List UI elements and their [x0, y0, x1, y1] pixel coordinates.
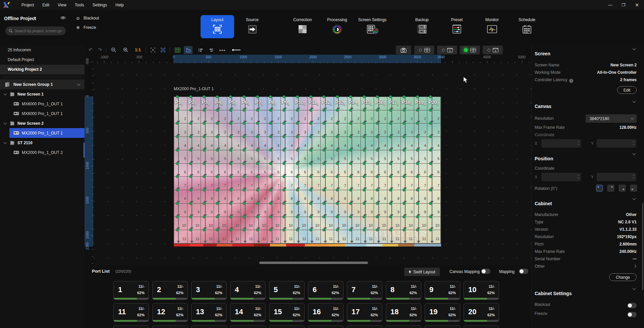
minimize-icon[interactable]: —	[606, 1, 614, 9]
cabinet-cell[interactable]: 8	[308, 190, 321, 204]
port-card[interactable]: 1011/-62%	[464, 281, 499, 300]
cabinet-cell[interactable]: P121	[321, 97, 334, 110]
cabinet-cell[interactable]: 11	[241, 230, 254, 243]
cabinet-cell[interactable]: 2	[281, 110, 294, 124]
cabinet-cell[interactable]: 11	[308, 230, 321, 243]
cabinet-cell[interactable]: 11	[174, 230, 187, 243]
cabinet-cell[interactable]: 3	[361, 123, 374, 137]
cabinet-cell[interactable]: 11	[387, 230, 401, 243]
cabinet-cell[interactable]: 10	[374, 217, 387, 230]
zoom-ratio-button[interactable]: 1:1	[133, 46, 142, 54]
cabinet-cell[interactable]: P101	[294, 97, 308, 110]
chevron-down-icon[interactable]	[77, 83, 80, 86]
blackout-toggle[interactable]	[627, 303, 637, 308]
cabinet-cell[interactable]: 2	[347, 110, 361, 124]
cabinet-cell[interactable]: P51	[227, 97, 241, 110]
tree-item-group[interactable]: New Screen Group 1	[0, 79, 85, 89]
zoom-in-icon[interactable]	[122, 46, 129, 54]
cabinet-cell[interactable]: 7	[227, 177, 241, 190]
canvas-viewport[interactable]: MX2000 Pro_1-OUT 1 NOVASTAR P11P21P31P41…	[93, 63, 532, 265]
port-card[interactable]: 2811/-62%	[386, 325, 421, 328]
cabinet-cell[interactable]: 4	[334, 137, 347, 150]
port-card[interactable]: 2211/-62%	[152, 325, 188, 328]
cabinet-cell[interactable]: 6	[414, 164, 428, 177]
cabinet-cell[interactable]: 6	[201, 164, 214, 177]
cabinet-cell[interactable]: 10	[308, 217, 321, 230]
cabinet-cell[interactable]: 3	[401, 123, 414, 137]
cabinet-cell[interactable]: 7	[387, 177, 401, 190]
cabinet-cell[interactable]: 9	[214, 204, 227, 217]
cabinet-cell[interactable]: 5	[227, 150, 241, 164]
cabinet-cell[interactable]: 11	[281, 230, 294, 243]
search-box[interactable]	[5, 26, 66, 35]
spinner-arrows-icon[interactable]: ▲▼	[577, 140, 579, 146]
cabinet-cell[interactable]: P31	[201, 97, 214, 110]
port-card[interactable]: 411/-62%	[230, 281, 266, 300]
cabinet-cell[interactable]: 4	[214, 137, 227, 150]
cabinet-cell[interactable]: 2	[374, 110, 387, 124]
chevron-down-icon[interactable]	[633, 47, 636, 50]
cabinet-cell[interactable]: 9	[187, 204, 201, 217]
cabinet-cell[interactable]: 5	[401, 150, 414, 164]
cabinet-cell[interactable]: 5	[361, 150, 374, 164]
cabinet-cell[interactable]: 2	[321, 110, 334, 124]
cabinet-cell[interactable]: 8	[241, 190, 254, 204]
canvas-x-input[interactable]: ▲▼	[541, 139, 581, 148]
chevron-down-icon[interactable]	[4, 141, 7, 144]
cabinet-cell[interactable]: 7	[401, 177, 414, 190]
edit-button[interactable]: Edit	[617, 86, 637, 94]
cabinet-cell[interactable]: 9	[374, 204, 387, 217]
cabinet-cell[interactable]: 6	[427, 164, 441, 177]
blackout-button[interactable]: ⊘ Blackout	[75, 14, 99, 22]
cabinet-cell[interactable]: 2	[187, 110, 201, 124]
cabinet-cell[interactable]: 8	[254, 190, 268, 204]
cabinet-cell[interactable]: 10	[361, 217, 374, 230]
menu-settings[interactable]: Settings	[93, 3, 107, 7]
port-card[interactable]: 2511/-62%	[269, 325, 305, 328]
chevron-right-icon[interactable]	[633, 265, 637, 268]
info-icon[interactable]: i	[569, 79, 573, 83]
position-x-input[interactable]: ▲▼	[541, 173, 581, 181]
zoom-out-icon[interactable]	[110, 46, 117, 54]
screen-view-toggle[interactable]	[414, 46, 434, 54]
port-card[interactable]: 811/-62%	[386, 281, 421, 300]
freeze-button[interactable]: ❄ Freeze	[75, 24, 99, 31]
cabinet-cell[interactable]: 2	[414, 110, 428, 124]
cabinet-cell[interactable]: 3	[267, 123, 281, 137]
cabinet-cell[interactable]: 11	[201, 230, 214, 243]
menu-help[interactable]: Help	[115, 3, 124, 7]
measure-line-icon[interactable]	[231, 46, 242, 54]
cabinet-cell[interactable]: 2	[254, 110, 268, 124]
cabinet-cell[interactable]: 6	[387, 164, 401, 177]
cabinet-cell[interactable]: 5	[241, 150, 254, 164]
module-processing[interactable]: Processing	[320, 15, 354, 38]
rotation-180-button[interactable]	[619, 185, 626, 192]
port-card[interactable]: 611/-62%	[308, 281, 343, 300]
cabinet-cell[interactable]: 6	[308, 164, 321, 177]
cabinet-cell[interactable]: 6	[214, 164, 227, 177]
cabinet-cell[interactable]: 5	[321, 150, 334, 164]
spinner-arrows-icon[interactable]: ▲▼	[633, 174, 635, 180]
cabinet-cell[interactable]: 9	[321, 204, 334, 217]
cabinet-cell[interactable]: 4	[294, 137, 308, 150]
cabinet-cell[interactable]: 5	[308, 150, 321, 164]
cabinet-cell[interactable]: 5	[347, 150, 361, 164]
cabinet-cell[interactable]: 10	[227, 217, 241, 230]
mapping-toggle[interactable]	[519, 269, 528, 274]
cabinet-cell[interactable]: 7	[308, 177, 321, 190]
spinner-arrows-icon[interactable]: ▲▼	[633, 140, 635, 146]
module-backup[interactable]: Backup	[405, 15, 439, 38]
ruler-toggle-button[interactable]	[184, 46, 193, 54]
cabinet-cell[interactable]: 10	[294, 217, 308, 230]
cabinet-cell[interactable]: 4	[227, 137, 241, 150]
canvas-mapping-toggle[interactable]	[481, 269, 490, 274]
cabinet-cell[interactable]: 8	[227, 190, 241, 204]
cabinet-cell[interactable]: 6	[347, 164, 361, 177]
cabinet-cell[interactable]: 3	[227, 123, 241, 137]
cabinet-cell[interactable]: 6	[321, 164, 334, 177]
cabinet-cell[interactable]: 11	[214, 230, 227, 243]
cabinet-cell[interactable]: 2	[387, 110, 401, 124]
cabinet-cell[interactable]: 4	[201, 137, 214, 150]
cabinet-cell[interactable]: 11	[401, 230, 414, 243]
tree-item-screen[interactable]: New Screen 2	[0, 118, 85, 128]
